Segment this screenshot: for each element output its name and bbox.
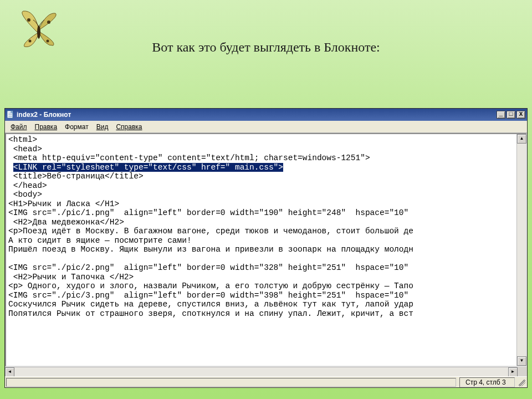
- menubar: Файл Правка Формат Вид Справка: [5, 121, 527, 133]
- selected-text: <LINK rel="stylesheet" type="text/css" h…: [13, 163, 283, 172]
- status-cursor-position: Стр 4, стлб 3: [459, 377, 515, 387]
- scroll-down-icon[interactable]: ▼: [517, 356, 526, 366]
- menu-edit-label: Правка: [35, 123, 58, 131]
- resize-grip-icon[interactable]: [517, 378, 526, 387]
- slide-caption: Вот как это будет выглядеть в Блокноте:: [152, 40, 380, 55]
- close-button[interactable]: X: [516, 111, 525, 119]
- text-editor[interactable]: <html> <head> <meta http-equiv="content-…: [6, 134, 516, 366]
- scroll-left-icon[interactable]: ◄: [5, 367, 14, 377]
- minimize-button[interactable]: _: [497, 111, 505, 119]
- svg-point-0: [37, 25, 40, 39]
- svg-point-2: [47, 21, 50, 24]
- menu-edit[interactable]: Правка: [32, 122, 61, 132]
- notepad-icon: [7, 110, 14, 119]
- menu-view[interactable]: Вид: [93, 122, 112, 132]
- svg-point-1: [27, 18, 30, 22]
- editor-area: <html> <head> <meta http-equiv="content-…: [5, 133, 527, 367]
- menu-format-label: Формат: [65, 123, 89, 131]
- slide-background: Вот как это будет выглядеть в Блокноте: …: [0, 0, 532, 399]
- menu-format[interactable]: Формат: [62, 122, 92, 132]
- window-controls: _ □ X: [497, 111, 525, 119]
- scrollbar-vertical[interactable]: ▲ ▼: [516, 134, 526, 366]
- scroll-corner: [518, 367, 527, 376]
- titlebar[interactable]: index2 - Блокнот _ □ X: [5, 109, 527, 121]
- menu-help[interactable]: Справка: [112, 122, 145, 132]
- menu-help-label: Справка: [116, 123, 142, 131]
- window-title: index2 - Блокнот: [17, 111, 497, 119]
- maximize-button[interactable]: □: [507, 111, 515, 119]
- scroll-up-icon[interactable]: ▲: [517, 134, 526, 144]
- scrollbar-horizontal[interactable]: ◄ ►: [5, 367, 518, 376]
- menu-view-label: Вид: [96, 123, 109, 131]
- scroll-right-icon[interactable]: ►: [508, 367, 518, 377]
- menu-file-label: Файл: [11, 123, 27, 131]
- statusbar: Стр 4, стлб 3: [5, 376, 527, 387]
- notepad-window: index2 - Блокнот _ □ X Файл Правка Форма…: [4, 108, 528, 388]
- status-spacer: [6, 378, 456, 387]
- slide-caption-wrap: Вот как это будет выглядеть в Блокноте:: [0, 40, 532, 55]
- menu-file[interactable]: Файл: [7, 122, 30, 132]
